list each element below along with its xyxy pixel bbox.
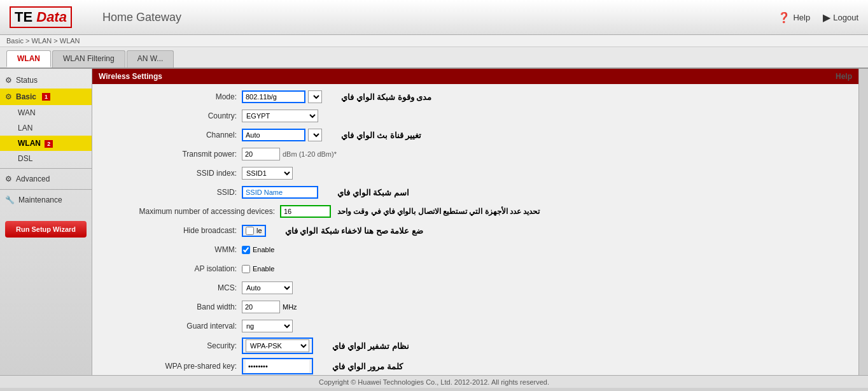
sidebar-divider [0, 168, 92, 169]
advanced-icon: ⚙ [5, 174, 12, 183]
channel-annotation: تغيير قناة بث الواي فاي [341, 131, 421, 140]
mcs-control: Auto [242, 281, 293, 294]
help-button[interactable]: ❓ Help [778, 11, 810, 24]
guard-control: ng [242, 320, 293, 332]
ssid-index-control: SSID1 [242, 167, 293, 180]
sidebar-item-wlan[interactable]: WLAN 2 [0, 136, 92, 151]
tab-anw[interactable]: AN W... [127, 50, 174, 68]
ssid-index-row: SSID index: SSID1 [102, 166, 849, 181]
mode-label: Mode: [102, 92, 242, 101]
ssid-input[interactable] [242, 186, 318, 199]
sidebar-item-advanced[interactable]: ⚙ Advanced [0, 171, 92, 187]
max-devices-label: Maximum number of accessing devices: [102, 207, 280, 216]
tabs-bar: WLAN WLAN Filtering AN W... [0, 47, 868, 69]
hide-broadcast-label: Hide broadcast: [102, 226, 242, 235]
wpa-key-label: WPA pre-shared key: [102, 362, 242, 371]
max-devices-row: Maximum number of accessing devices: تحد… [102, 204, 849, 219]
ap-isolation-control: Enable [242, 265, 274, 273]
run-wizard-button[interactable]: Run Setup Wizard [5, 221, 87, 238]
security-row: Security: WPA-PSK نظام تشفير الواي فاي [102, 338, 849, 354]
hide-broadcast-row: Hide broadcast: le ضع علامة صح هنا لاخفا… [102, 223, 849, 238]
content-area: Wireless Settings Help Mode: مدى وقوة شب… [92, 69, 858, 375]
max-devices-control [280, 205, 331, 218]
bandwidth-label: Band width: [102, 302, 242, 311]
header-right: ❓ Help ▶ Logout [778, 11, 858, 24]
mcs-label: MCS: [102, 283, 242, 292]
country-label: Country: [102, 111, 242, 120]
mode-annotation: مدى وقوة شبكة الواي فاي [341, 92, 431, 102]
security-select[interactable]: WPA-PSK [246, 339, 309, 352]
hide-broadcast-checkbox[interactable] [246, 227, 254, 235]
transmit-label: Transmit power: [102, 150, 242, 159]
sidebar-item-dsl[interactable]: DSL [0, 151, 92, 166]
tab-wlan[interactable]: WLAN [6, 50, 51, 68]
ap-isolation-label: AP isolation: [102, 264, 242, 273]
max-devices-input[interactable] [280, 205, 331, 218]
maintenance-icon: 🔧 [5, 195, 15, 204]
country-select[interactable]: EGYPT [242, 110, 318, 122]
header-left: TE Data Home Gateway [10, 6, 181, 28]
mode-select[interactable] [308, 90, 322, 103]
ssid-index-select[interactable]: SSID1 [242, 167, 293, 180]
sidebar-item-wan[interactable]: WAN [0, 105, 92, 120]
sidebar-item-lan[interactable]: LAN [0, 120, 92, 136]
header-title: Home Gateway [102, 11, 181, 24]
sidebar-item-basic[interactable]: ⚙ Basic 1 [0, 89, 92, 105]
tab-wlan-filtering[interactable]: WLAN Filtering [52, 50, 125, 68]
help-icon: ❓ [778, 11, 790, 24]
bandwidth-row: Band width: MHz [102, 299, 849, 315]
ssid-row: SSID: اسم شبكة الواي فاي [102, 185, 849, 200]
status-icon: ⚙ [5, 76, 12, 85]
guard-row: Guard interval: ng [102, 318, 849, 334]
mode-input[interactable] [242, 90, 305, 103]
sidebar-item-maintenance[interactable]: 🔧 Maintenance [0, 192, 92, 208]
header: TE Data Home Gateway ❓ Help ▶ Logout [0, 0, 868, 35]
wlan-badge: 2 [45, 140, 53, 148]
logout-icon: ▶ [823, 11, 830, 24]
country-control: EGYPT [242, 110, 318, 122]
wmm-checkbox[interactable] [242, 246, 250, 254]
ssid-control [242, 186, 318, 199]
mode-row: Mode: مدى وقوة شبكة الواي فاي [102, 89, 849, 104]
basic-badge: 1 [42, 93, 50, 101]
te-logo: TE Data [10, 6, 72, 28]
breadcrumb: Basic > WLAN > WLAN [0, 35, 868, 47]
mode-control [242, 90, 322, 103]
form-area: Mode: مدى وقوة شبكة الواي فاي Country: E… [92, 84, 858, 375]
section-help-link[interactable]: Help [836, 72, 852, 81]
channel-input[interactable] [242, 129, 305, 141]
transmit-input[interactable] [242, 148, 280, 160]
bandwidth-input[interactable] [242, 301, 280, 313]
security-control: WPA-PSK [242, 338, 313, 354]
sidebar: ⚙ Status ⚙ Basic 1 WAN LAN WLAN 2 DSL ⚙ … [0, 69, 92, 375]
scrollbar[interactable] [858, 69, 868, 375]
hide-broadcast-value: le [256, 227, 262, 234]
sidebar-divider-2 [0, 189, 92, 190]
ssid-index-label: SSID index: [102, 169, 242, 178]
channel-control [242, 129, 322, 141]
wmm-row: WMM: Enable [102, 242, 849, 257]
transmit-control: dBm (1-20 dBm)* [242, 148, 337, 160]
security-label: Security: [102, 341, 242, 350]
main-layout: ⚙ Status ⚙ Basic 1 WAN LAN WLAN 2 DSL ⚙ … [0, 69, 868, 375]
mcs-select[interactable]: Auto [242, 281, 293, 294]
section-header: Wireless Settings Help [92, 69, 858, 84]
wpa-key-control [242, 358, 313, 374]
channel-select[interactable] [308, 129, 322, 141]
wpa-key-annotation: كلمة مرور الواي فاي [332, 362, 403, 371]
ap-isolation-checkbox[interactable] [242, 265, 250, 273]
ssid-label: SSID: [102, 188, 242, 197]
security-annotation: نظام تشفير الواي فاي [332, 341, 409, 351]
hide-broadcast-control: le [242, 225, 266, 237]
logout-button[interactable]: ▶ Logout [823, 11, 858, 24]
ssid-annotation: اسم شبكة الواي فاي [337, 188, 409, 197]
guard-select[interactable]: ng [242, 320, 293, 332]
transmit-row: Transmit power: dBm (1-20 dBm)* [102, 146, 849, 162]
transmit-unit: dBm (1-20 dBm)* [283, 150, 337, 158]
wmm-label: WMM: [102, 245, 242, 254]
sidebar-item-status[interactable]: ⚙ Status [0, 72, 92, 89]
max-devices-annotation: تحديد عدد الأجهزة التي تستطيع الاتصال با… [337, 207, 540, 216]
wpa-key-input[interactable] [246, 360, 309, 373]
wmm-control: Enable [242, 246, 274, 254]
channel-label: Channel: [102, 131, 242, 139]
